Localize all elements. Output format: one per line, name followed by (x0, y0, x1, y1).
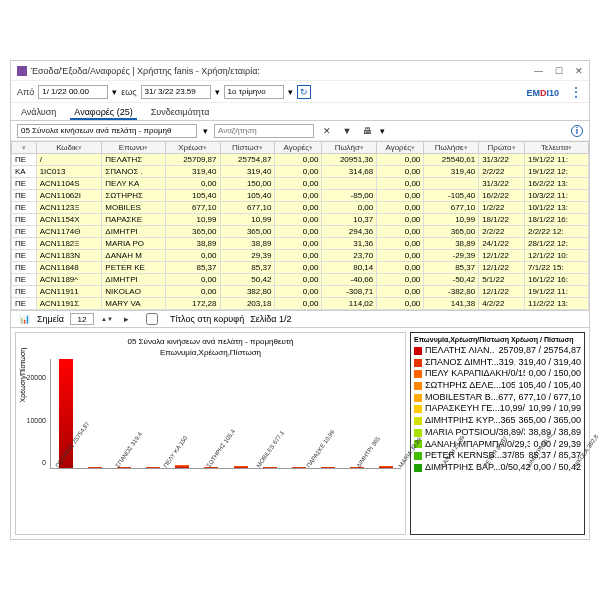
report-toolbar: ▾ ✕ ▼ 🖶 ▾ i (11, 121, 589, 141)
period-select[interactable] (224, 85, 284, 99)
chart-toggle-button[interactable]: 📊 (17, 312, 31, 326)
cell: ΠΕ (12, 190, 37, 202)
period-dropdown-icon[interactable]: ▾ (288, 87, 293, 97)
table-row[interactable]: ΠΕACN11911NIKOLAO0,00382,800,00-308,710,… (12, 286, 589, 298)
cell: 85,37 (165, 262, 220, 274)
cell: 0,00 (377, 250, 424, 262)
app-window: Έσοδα/Έξοδα/Αναφορές | Χρήστης fanis - Χ… (10, 60, 590, 540)
cell: ACN1154Χ (36, 214, 102, 226)
print-dropdown-icon[interactable]: ▾ (380, 126, 385, 136)
cell: 18/1/22 (479, 214, 525, 226)
data-grid[interactable]: ▾Κωδικ▾Επωνυ▾Χρέωσ▾Πίστωσ▾Αγορές▾Πωλήσ▾Α… (11, 141, 589, 310)
cell: 10/1/22 13: (524, 202, 588, 214)
cell: ΠΕ (12, 238, 37, 250)
cell: ΠΕ (12, 214, 37, 226)
column-header[interactable]: Κωδικ▾ (36, 142, 102, 154)
table-row[interactable]: ΠΕ/ΠΕΛΑΤΗΣ25709,8725754,870,0020951,360,… (12, 154, 589, 166)
table-row[interactable]: ΚΑ1IC013ΣΠΑΝΟΣ .319,40319,400,00314,680,… (12, 166, 589, 178)
table-row[interactable]: ΠΕACN1182ΞMARIA PO38,8938,890,0031,360,0… (12, 238, 589, 250)
table-row[interactable]: ΠΕACN1154ΧΠΑΡΑΣΚΕ10,9910,990,0010,370,00… (12, 214, 589, 226)
cell: 12/1/22 (479, 286, 525, 298)
nav-prev-button[interactable]: ▸ (120, 312, 134, 326)
title-top-checkbox[interactable] (140, 313, 164, 325)
table-row[interactable]: ΠΕACN1104SΠΕΛΥ ΚΑ0,00150,000,000,0031/3/… (12, 178, 589, 190)
bar-chart: Χρέωση/Πίστωση 01000020000 ΠΕΛΑΤΗΣ 25754… (50, 359, 401, 469)
column-header[interactable]: ▾ (12, 142, 37, 154)
cell: 0,00 (377, 298, 424, 310)
cell: 0,00 (377, 178, 424, 190)
cell: ACN1104S (36, 178, 102, 190)
cell: ΚΑ (12, 166, 37, 178)
from-dropdown-icon[interactable]: ▾ (112, 87, 117, 97)
report-select[interactable] (17, 124, 197, 138)
table-row[interactable]: ΠΕACN1189^ΔΙΜΗΤΡΙ0,0050,420,00-40,660,00… (12, 274, 589, 286)
column-header[interactable]: Αγορές▾ (275, 142, 322, 154)
cell: ΠΕ (12, 178, 37, 190)
cell: 2/2/22 (479, 226, 525, 238)
cell: 1/2/22 (479, 202, 525, 214)
cell: -40,66 (322, 274, 377, 286)
column-header[interactable]: Επωνυ▾ (102, 142, 165, 154)
cell: 38,89 (424, 238, 479, 250)
filter-button[interactable]: ▼ (340, 124, 354, 138)
search-input[interactable] (214, 124, 314, 138)
tab-bar: Ανάλυση Αναφορές (25) Συνδεσιμότητα (11, 103, 589, 121)
table-row[interactable]: ΠΕACN11062IΣΩΤΗΡΗΣ105,40105,400,00-85,00… (12, 190, 589, 202)
cell: 0,00 (275, 214, 322, 226)
column-header[interactable]: Πωλήσ▾ (322, 142, 377, 154)
maximize-button[interactable]: ☐ (555, 66, 563, 76)
window-title: Έσοδα/Έξοδα/Αναφορές | Χρήστης fanis - Χ… (31, 66, 534, 76)
cell: 0,00 (275, 238, 322, 250)
cell: ΔΑΝΑΗ Μ (102, 250, 165, 262)
close-button[interactable]: ✕ (575, 66, 583, 76)
cell: 11/2/22 13: (524, 298, 588, 310)
cell: 10,99 (165, 214, 220, 226)
tab-analysis[interactable]: Ανάλυση (17, 105, 60, 120)
info-icon[interactable]: i (571, 125, 583, 137)
legend-item: MARIA POTSIOU/38,89/38,8938,89 / 38,89 (414, 427, 581, 439)
table-row[interactable]: ΠΕACN1123ΞMOBILES677,10677,100,000,000,0… (12, 202, 589, 214)
cell: 28/1/22 12: (524, 238, 588, 250)
column-header[interactable]: Πίστωσ▾ (220, 142, 275, 154)
minimize-button[interactable]: — (534, 66, 543, 76)
points-input[interactable] (70, 313, 94, 325)
print-button[interactable]: 🖶 (360, 124, 374, 138)
column-header[interactable]: Χρέωσ▾ (165, 142, 220, 154)
cell: ΠΕ (12, 154, 37, 166)
cell: ΠΕ (12, 262, 37, 274)
tab-reports[interactable]: Αναφορές (25) (70, 105, 136, 120)
cell: -308,71 (322, 286, 377, 298)
cell: 0,00 (377, 202, 424, 214)
cell: 18/1/22 16: (524, 214, 588, 226)
table-row[interactable]: ΠΕACN11848PETER KE85,3785,370,0080,140,0… (12, 262, 589, 274)
cell: 365,00 (165, 226, 220, 238)
cell: 0,00 (275, 262, 322, 274)
report-dropdown-icon[interactable]: ▾ (203, 126, 208, 136)
cell: 0,00 (165, 286, 220, 298)
page-label: Σελίδα 1/2 (250, 314, 291, 324)
points-up-icon[interactable]: ▲▼ (100, 312, 114, 326)
cell: 23,70 (322, 250, 377, 262)
cell: MOBILES (102, 202, 165, 214)
from-date-input[interactable] (38, 85, 108, 99)
cell: 0,00 (275, 286, 322, 298)
to-dropdown-icon[interactable]: ▾ (215, 87, 220, 97)
cell: -105,40 (424, 190, 479, 202)
cell: 0,00 (377, 214, 424, 226)
column-header[interactable]: Αγορές▾ (377, 142, 424, 154)
tab-connectivity[interactable]: Συνδεσιμότητα (147, 105, 214, 120)
table-row[interactable]: ΠΕACN1191ΣMARY VA172,28203,180,00114,020… (12, 298, 589, 310)
table-row[interactable]: ΠΕACN1183ΝΔΑΝΑΗ Μ0,0029,390,0023,700,00-… (12, 250, 589, 262)
column-header[interactable]: Τελευτα▾ (524, 142, 588, 154)
chart-legend: Επωνυμία,Χρέωση/Πίστωση Χρέωση / Πίστωση… (410, 332, 585, 535)
column-header[interactable]: Πωλήσε▾ (424, 142, 479, 154)
column-header[interactable]: Πρώτο▾ (479, 142, 525, 154)
menu-dots-icon[interactable]: ⋮ (569, 87, 583, 97)
titlebar: Έσοδα/Έξοδα/Αναφορές | Χρήστης fanis - Χ… (11, 61, 589, 81)
to-date-input[interactable] (141, 85, 211, 99)
table-row[interactable]: ΠΕACN1174ΘΔΙΜΗΤΡΙ365,00365,000,00294,360… (12, 226, 589, 238)
cell: 2/2/22 12: (524, 226, 588, 238)
refresh-button[interactable]: ↻ (297, 85, 311, 99)
cell: 0,00 (377, 238, 424, 250)
clear-button[interactable]: ✕ (320, 124, 334, 138)
